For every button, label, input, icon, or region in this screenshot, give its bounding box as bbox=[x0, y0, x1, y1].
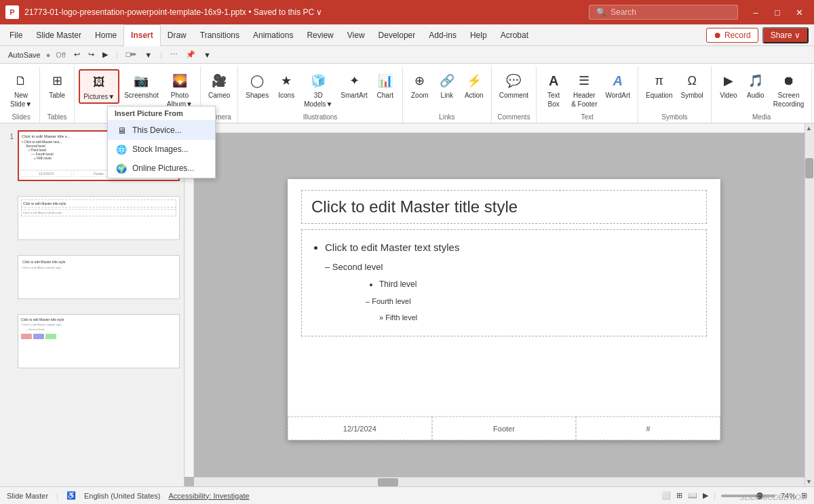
pictures-button[interactable]: 🖼 Pictures▼ bbox=[79, 69, 119, 104]
media-group-label: Media bbox=[752, 113, 771, 123]
vertical-ruler bbox=[185, 133, 194, 477]
smartart-button[interactable]: ✦ SmartArt bbox=[337, 69, 370, 101]
online-pictures-icon: 🌍 bbox=[116, 163, 127, 174]
qa-extra[interactable]: ▼ bbox=[201, 50, 214, 60]
qa-customize[interactable]: ⋯ bbox=[168, 50, 180, 60]
body-level3: Third level bbox=[379, 277, 697, 292]
slide-img-4[interactable]: Click to edit Master title style • Click… bbox=[18, 314, 180, 368]
insert-online-pictures[interactable]: 🌍 Online Pictures... bbox=[108, 159, 215, 178]
record-button[interactable]: ⏺ Record bbox=[706, 28, 758, 43]
search-input[interactable] bbox=[610, 7, 731, 17]
tab-file[interactable]: File bbox=[3, 24, 29, 46]
tab-review[interactable]: Review bbox=[300, 24, 340, 46]
scroll-down-arrow[interactable]: ▼ bbox=[806, 478, 812, 485]
slide-thumb-2[interactable]: Click to edit Master title style Click t… bbox=[3, 195, 181, 241]
cameo-icon: 🎥 bbox=[210, 71, 229, 90]
cameo-button[interactable]: 🎥 Cameo bbox=[205, 69, 233, 101]
tab-acrobat[interactable]: Acrobat bbox=[494, 24, 535, 46]
tab-home[interactable]: Home bbox=[88, 24, 123, 46]
3d-models-icon: 🧊 bbox=[309, 71, 328, 90]
search-icon: 🔍 bbox=[596, 7, 606, 17]
insert-this-device[interactable]: 🖥 This Device... bbox=[108, 121, 215, 140]
slide-canvas[interactable]: Click to edit Master title style Click t… bbox=[288, 179, 720, 440]
tab-slide-master[interactable]: Slide Master bbox=[29, 24, 88, 46]
qa-more[interactable]: □✏ bbox=[123, 50, 140, 60]
zoom-button[interactable]: ⊕ Zoom bbox=[407, 69, 433, 101]
screenshot-icon: 📷 bbox=[132, 71, 151, 90]
comments-group-label: Comments bbox=[497, 113, 530, 123]
slide-img-3[interactable]: Click to edit Master title style Click t… bbox=[18, 255, 180, 299]
this-device-label: This Device... bbox=[132, 125, 182, 135]
body-level5: Fifth level bbox=[379, 311, 697, 325]
table-button[interactable]: ⊞ Table bbox=[44, 69, 70, 101]
comment-button[interactable]: 💬 Comment bbox=[496, 69, 532, 101]
title-bar: P 21773-01-logo-presentation-powerpoint-… bbox=[0, 0, 814, 24]
scrollbar-thumb[interactable] bbox=[805, 158, 813, 178]
screen-recording-button[interactable]: ⏺ ScreenRecording bbox=[770, 69, 808, 110]
qa-pin[interactable]: 📌 bbox=[183, 50, 198, 60]
shapes-icon: ◯ bbox=[248, 71, 267, 90]
normal-view-icon[interactable]: ⬜ bbox=[661, 491, 671, 500]
tab-addins[interactable]: Add-ins bbox=[422, 24, 463, 46]
slide-thumb-4[interactable]: Click to edit Master title style • Click… bbox=[3, 313, 181, 370]
audio-button[interactable]: 🎵 Audio bbox=[743, 69, 769, 101]
status-bar: Slide Master | ♿ English (United States)… bbox=[0, 486, 814, 504]
redo-button[interactable]: ↪ bbox=[85, 50, 97, 60]
wordart-button[interactable]: A WordArt bbox=[602, 69, 634, 101]
footer-date: 12/1/2024 bbox=[288, 416, 432, 440]
tab-draw[interactable]: Draw bbox=[161, 24, 193, 46]
autosave-toggle[interactable]: Off bbox=[53, 50, 68, 60]
tab-transitions[interactable]: Transitions bbox=[193, 24, 246, 46]
equation-button[interactable]: π Equation bbox=[642, 69, 676, 101]
chart-button[interactable]: 📊 Chart bbox=[372, 69, 398, 101]
scroll-up-arrow[interactable]: ▲ bbox=[806, 125, 812, 132]
horizontal-scrollbar[interactable] bbox=[194, 477, 805, 486]
header-footer-button[interactable]: ☰ Header& Footer bbox=[568, 69, 600, 110]
icons-icon: ★ bbox=[277, 71, 296, 90]
icons-button[interactable]: ★ Icons bbox=[273, 69, 299, 101]
symbols-group-label: Symbols bbox=[661, 113, 687, 123]
horizontal-ruler bbox=[185, 123, 805, 133]
maximize-button[interactable]: □ bbox=[768, 3, 787, 22]
new-slide-button[interactable]: 🗋 NewSlide▼ bbox=[7, 69, 35, 110]
video-button[interactable]: ▶ Video bbox=[716, 69, 741, 101]
tab-animations[interactable]: Animations bbox=[246, 24, 300, 46]
tab-developer[interactable]: Developer bbox=[372, 24, 423, 46]
undo-button[interactable]: ↩ bbox=[71, 50, 83, 60]
shapes-button[interactable]: ◯ Shapes bbox=[242, 69, 272, 101]
slide-body-area[interactable]: Click to edit Master text styles Second … bbox=[301, 229, 707, 336]
insert-stock-images[interactable]: 🌐 Stock Images... bbox=[108, 140, 215, 159]
present-button[interactable]: ▶ bbox=[100, 50, 111, 60]
text-box-button[interactable]: A TextBox bbox=[541, 69, 566, 110]
slide-thumb-3[interactable]: Click to edit Master title style Click t… bbox=[3, 254, 181, 301]
photo-album-button[interactable]: 🌄 PhotoAlbum▼ bbox=[163, 69, 196, 110]
symbol-button[interactable]: Ω Symbol bbox=[677, 69, 706, 101]
tab-insert[interactable]: Insert bbox=[123, 24, 161, 46]
search-box[interactable]: 🔍 bbox=[589, 5, 738, 20]
minimize-button[interactable]: – bbox=[746, 3, 765, 22]
vertical-scrollbar[interactable]: ▲ ▼ bbox=[805, 123, 814, 486]
action-button[interactable]: ⚡ Action bbox=[461, 69, 487, 101]
slide-title-text: Click to edit Master title style bbox=[311, 197, 518, 216]
tab-view[interactable]: View bbox=[341, 24, 372, 46]
3d-models-button[interactable]: 🧊 3DModels▼ bbox=[301, 69, 336, 110]
slideshow-icon[interactable]: ▶ bbox=[703, 491, 708, 500]
screenshot-button[interactable]: 📷 Screenshot bbox=[121, 69, 162, 101]
link-button[interactable]: 🔗 Link bbox=[434, 69, 460, 101]
ribbon-group-media: ▶ Video 🎵 Audio ⏺ ScreenRecording Media bbox=[712, 66, 813, 123]
slide-title-area[interactable]: Click to edit Master title style bbox=[301, 190, 707, 224]
symbol-icon: Ω bbox=[682, 71, 701, 90]
video-icon: ▶ bbox=[719, 71, 738, 90]
qa-dropdown[interactable]: ▼ bbox=[142, 50, 155, 60]
share-button[interactable]: Share ∨ bbox=[762, 27, 809, 43]
slides-group-label: Slides bbox=[12, 113, 30, 123]
slide-sorter-icon[interactable]: ⊞ bbox=[676, 491, 682, 500]
tab-help[interactable]: Help bbox=[463, 24, 494, 46]
accessibility-icon: ♿ bbox=[66, 491, 76, 500]
hscroll-thumb[interactable] bbox=[378, 478, 398, 486]
body-level2: Second level bbox=[325, 259, 697, 275]
accessibility-label[interactable]: Accessibility: Investigate bbox=[169, 492, 250, 500]
slide-img-2[interactable]: Click to edit Master title style Click t… bbox=[18, 196, 180, 240]
reading-view-icon[interactable]: 📖 bbox=[688, 491, 697, 500]
close-button[interactable]: ✕ bbox=[790, 3, 809, 22]
